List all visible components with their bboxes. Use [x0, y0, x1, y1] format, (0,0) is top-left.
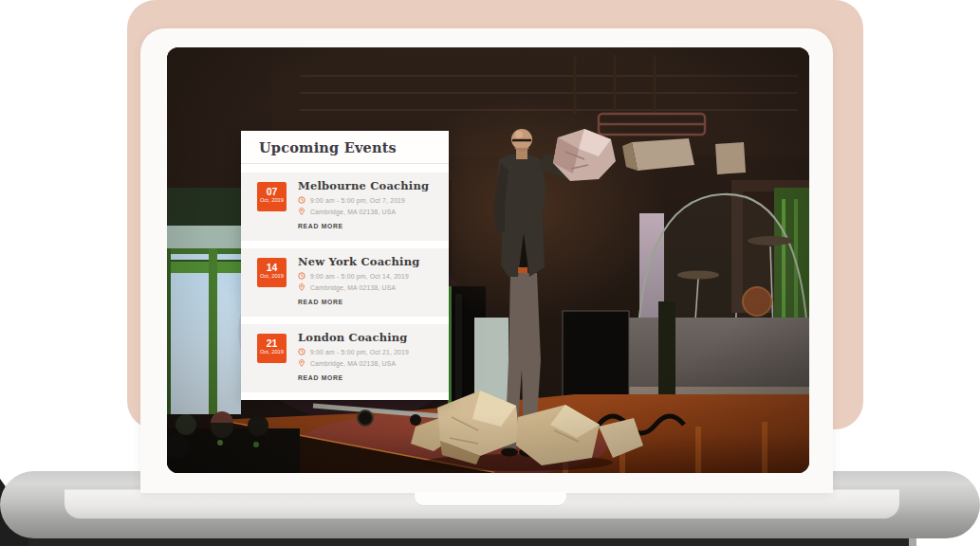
event-time-row: 9:00 am - 5:00 pm, Oct 7, 2019 — [298, 196, 443, 204]
event-title-link[interactable]: Melbourne Coaching — [298, 179, 443, 192]
map-pin-icon — [298, 359, 305, 367]
upcoming-events-card: Upcoming Events 07 Oct, 2019 Melbourne C… — [241, 131, 449, 400]
event-date-badge: 07 Oct, 2019 — [257, 182, 287, 211]
event-body: New York Coaching 9:00 am - 5:00 pm, Oct… — [298, 255, 443, 308]
event-month-year: Oct, 2019 — [257, 197, 287, 204]
clock-icon — [298, 348, 305, 355]
event-date-badge: 21 Oct, 2019 — [257, 334, 287, 363]
events-header: Upcoming Events — [241, 131, 449, 164]
event-day: 14 — [257, 263, 287, 273]
event-time: 9:00 am - 5:00 pm, Oct 14, 2019 — [310, 273, 409, 280]
event-location: Cambridge, MA 02138, USA — [310, 360, 396, 367]
event-month-year: Oct, 2019 — [257, 349, 287, 355]
event-location: Cambridge, MA 02138, USA — [310, 209, 396, 215]
event-day: 07 — [257, 187, 287, 197]
event-row: 07 Oct, 2019 Melbourne Coaching 9:00 am … — [241, 173, 449, 241]
event-time: 9:00 am - 5:00 pm, Oct 7, 2019 — [310, 197, 405, 204]
event-row: 21 Oct, 2019 London Coaching 9:00 am - 5… — [241, 324, 449, 392]
map-pin-icon — [298, 208, 305, 215]
event-body: Melbourne Coaching 9:00 am - 5:00 pm, Oc… — [298, 179, 443, 232]
event-row: 14 Oct, 2019 New York Coaching 9:00 am -… — [241, 248, 449, 317]
read-more-link[interactable]: READ MORE — [298, 223, 343, 229]
event-location-row: Cambridge, MA 02138, USA — [298, 208, 443, 215]
map-pin-icon — [298, 283, 305, 291]
events-list: 07 Oct, 2019 Melbourne Coaching 9:00 am … — [241, 164, 449, 392]
event-location: Cambridge, MA 02138, USA — [310, 284, 396, 291]
clock-icon — [298, 272, 305, 280]
read-more-link[interactable]: READ MORE — [298, 374, 343, 381]
event-time-row: 9:00 am - 5:00 pm, Oct 14, 2019 — [298, 272, 443, 280]
event-month-year: Oct, 2019 — [257, 273, 287, 280]
laptop-lid-notch — [415, 492, 566, 505]
event-day: 21 — [257, 338, 287, 349]
event-time-row: 9:00 am - 5:00 pm, Oct 21, 2019 — [298, 348, 443, 355]
event-date-badge: 14 Oct, 2019 — [257, 258, 287, 287]
read-more-link[interactable]: READ MORE — [298, 299, 343, 305]
event-title-link[interactable]: New York Coaching — [298, 255, 443, 268]
event-location-row: Cambridge, MA 02138, USA — [298, 283, 443, 291]
event-title-link[interactable]: London Coaching — [298, 331, 443, 344]
event-location-row: Cambridge, MA 02138, USA — [298, 359, 443, 367]
clock-icon — [298, 196, 305, 204]
event-body: London Coaching 9:00 am - 5:00 pm, Oct 2… — [298, 331, 443, 384]
event-time: 9:00 am - 5:00 pm, Oct 21, 2019 — [310, 349, 409, 355]
